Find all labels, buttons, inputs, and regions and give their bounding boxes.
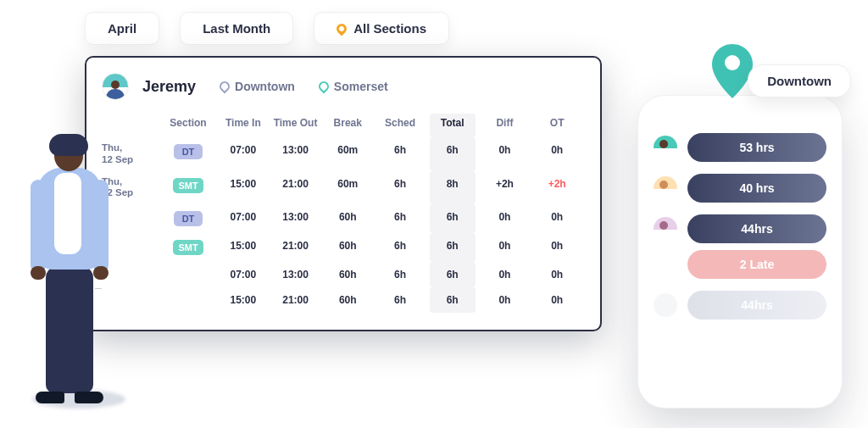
th-ot: OT: [534, 114, 580, 137]
cell-break: 60h: [325, 233, 370, 262]
person-illustration: [7, 134, 117, 414]
hours-chip: 44hrs: [687, 291, 826, 320]
cell-diff: 0h: [482, 262, 528, 287]
cell-time-out: 21:00: [273, 171, 319, 205]
filter-range-label: Last Month: [203, 21, 270, 36]
cell-diff: 0h: [482, 137, 528, 171]
summary-phone: 53 hrs 40 hrs 44hrs 2 Late 44hrs: [637, 95, 843, 409]
summary-row[interactable]: 44hrs: [654, 291, 826, 320]
avatar: [654, 217, 677, 241]
summary-row[interactable]: 40 hrs: [654, 174, 826, 203]
cell-section: SMT: [163, 233, 214, 262]
location-somerset[interactable]: Somerset: [319, 80, 388, 93]
cell-time-in: 15:00: [220, 287, 266, 313]
hours-chip: 44hrs: [687, 214, 826, 243]
pin-icon: [335, 21, 349, 36]
cell-section: DT: [163, 137, 214, 171]
employee-name: Jeremy: [142, 78, 196, 96]
th-break: Break: [325, 114, 370, 137]
cell-sched: 6h: [377, 137, 423, 171]
employee-header: Jeremy Downtown Somerset: [102, 73, 580, 100]
cell-total: 8h: [430, 171, 476, 205]
filter-bar: April Last Month All Sections: [85, 12, 449, 45]
filter-sections[interactable]: All Sections: [314, 12, 449, 45]
filter-month[interactable]: April: [85, 12, 159, 45]
avatar: [654, 293, 677, 317]
cell-time-out: 13:00: [273, 137, 319, 171]
cell-break: 60m: [325, 171, 370, 205]
cell-ot: 0h: [534, 204, 580, 233]
summary-row[interactable]: 53 hrs: [654, 133, 826, 162]
location-label: Somerset: [334, 80, 388, 93]
th-sched: Sched: [377, 114, 423, 137]
cell-ot: 0h: [534, 287, 580, 313]
cell-ot: +2h: [534, 171, 580, 205]
cell-time-out: 13:00: [273, 204, 319, 233]
phone-location-pill[interactable]: Downtown: [748, 64, 851, 97]
cell-sched: 6h: [377, 287, 423, 313]
cell-time-out: 21:00: [273, 233, 319, 262]
cell-time-out: 13:00: [273, 262, 319, 287]
cell-diff: +2h: [482, 171, 528, 205]
th-diff: Diff: [482, 114, 528, 137]
cell-break: 60h: [325, 262, 370, 287]
timesheet-panel: Jeremy Downtown Somerset Section Time In…: [85, 56, 602, 331]
cell-break: 60h: [325, 287, 370, 313]
cell-section: DT: [163, 204, 214, 233]
cell-time-in: 15:00: [220, 233, 266, 262]
summary-row[interactable]: 44hrs: [654, 214, 826, 243]
cell-diff: 0h: [482, 233, 528, 262]
location-downtown[interactable]: Downtown: [220, 80, 295, 93]
section-badge: SMT: [173, 178, 203, 193]
hours-chip: 53 hrs: [687, 133, 826, 162]
pin-icon: [218, 80, 232, 94]
cell-time-out: 21:00: [273, 287, 319, 313]
cell-break: 60m: [325, 137, 370, 171]
timesheet-table: Section Time In Time Out Break Sched Tot…: [102, 114, 580, 313]
filter-month-label: April: [108, 21, 136, 36]
phone-location-label: Downtown: [767, 74, 832, 88]
cell-diff: 0h: [482, 287, 528, 313]
cell-ot: 0h: [534, 262, 580, 287]
avatar: [654, 136, 677, 159]
cell-sched: 6h: [377, 204, 423, 233]
cell-total: 6h: [430, 233, 476, 262]
cell-sched: 6h: [377, 262, 423, 287]
summary-row-late[interactable]: 2 Late: [654, 250, 826, 279]
late-chip: 2 Late: [687, 250, 826, 279]
th-total: Total: [430, 114, 476, 137]
avatar: [654, 176, 677, 200]
cell-total: 6h: [430, 204, 476, 233]
cell-total: 6h: [430, 137, 476, 171]
cell-diff: 0h: [482, 204, 528, 233]
section-badge: DT: [174, 211, 203, 226]
th-time-out: Time Out: [273, 114, 319, 137]
filter-sections-label: All Sections: [353, 21, 426, 36]
cell-time-in: 07:00: [220, 204, 266, 233]
th-section: Section: [163, 114, 214, 137]
cell-break: 60h: [325, 204, 370, 233]
section-badge: SMT: [173, 240, 203, 255]
location-label: Downtown: [235, 80, 295, 93]
pin-icon: [316, 80, 331, 94]
hours-chip: 40 hrs: [687, 174, 826, 203]
cell-total: 6h: [430, 287, 476, 313]
cell-sched: 6h: [377, 171, 423, 205]
cell-section: [163, 287, 214, 313]
cell-sched: 6h: [377, 233, 423, 262]
filter-range[interactable]: Last Month: [180, 12, 293, 45]
cell-ot: 0h: [534, 233, 580, 262]
cell-section: [163, 262, 214, 287]
cell-time-in: 15:00: [220, 171, 266, 205]
cell-ot: 0h: [534, 137, 580, 171]
cell-time-in: 07:00: [220, 262, 266, 287]
section-badge: DT: [174, 144, 203, 159]
cell-time-in: 07:00: [220, 137, 266, 171]
th-time-in: Time In: [220, 114, 266, 137]
cell-total: 6h: [430, 262, 476, 287]
cell-section: SMT: [163, 171, 214, 205]
avatar[interactable]: [102, 73, 129, 100]
svg-point-0: [725, 55, 740, 70]
